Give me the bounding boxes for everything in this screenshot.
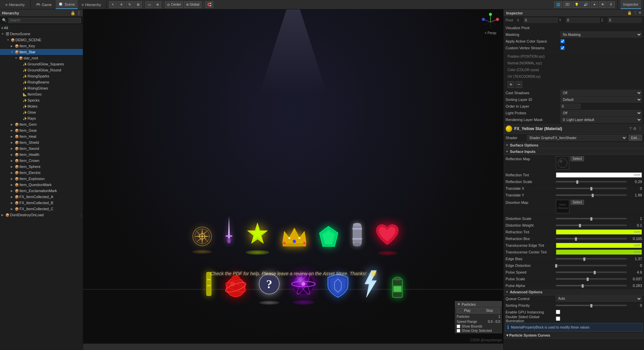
tab-inspector[interactable]: Inspector	[621, 0, 641, 9]
scene-item-star[interactable]	[244, 221, 271, 249]
tree-item-heal[interactable]: ▶ 📦 Item_Heal	[0, 133, 83, 139]
rendering-layer-dropdown[interactable]: 0: Light Layer default	[561, 117, 642, 123]
pulse-alpha-slider[interactable]	[556, 285, 627, 286]
cast-shadows-dropdown[interactable]: Off	[561, 90, 642, 96]
tree-item-electric[interactable]: ▶ 📦 Item_Electric	[0, 170, 83, 176]
tree-item-crown[interactable]: ▶ 📦 Item_Crown	[0, 158, 83, 164]
tree-item-rising-glows[interactable]: ▶ ✨ RisingGlows	[0, 85, 83, 91]
reflection-map-select-button[interactable]: Select	[571, 156, 584, 161]
advanced-options-header[interactable]: ▼ Advanced Options	[504, 289, 644, 295]
double-sided-checkbox[interactable]	[556, 316, 560, 321]
rect-tool-btn[interactable]: ▭	[145, 1, 153, 8]
tree-item-gem[interactable]: ▶ 📦 Item_Gem	[0, 121, 83, 127]
grid-btn[interactable]: #	[607, 1, 615, 8]
tree-item-rising-sparks[interactable]: ▶ ✨ RisingSparks	[0, 73, 83, 79]
edge-distortion-slider[interactable]	[556, 265, 627, 266]
scale-tool-btn[interactable]: ⊞	[134, 1, 142, 8]
material-help-icon[interactable]: ?	[629, 126, 632, 131]
scene-item-gem[interactable]	[318, 225, 340, 249]
refraction-tint-swatch[interactable]: HDR	[556, 229, 642, 235]
pivot-z-input[interactable]	[608, 17, 642, 23]
inspector-more-icon[interactable]: ⋮	[633, 11, 637, 15]
scene-item-sword[interactable]	[224, 215, 234, 245]
custom-tool-btn[interactable]: ⊗	[154, 1, 161, 8]
scene-item-gear[interactable]	[190, 225, 214, 249]
dd-more-icon[interactable]: ⋮	[79, 213, 83, 217]
tree-item-item-geo[interactable]: ▶ 📐 ItemGeo	[0, 91, 83, 97]
sorting-priority-slider[interactable]	[556, 305, 627, 306]
material-settings-icon[interactable]: ⚙	[633, 126, 637, 131]
lighting-btn[interactable]: 💡	[573, 1, 581, 8]
tree-item-gear[interactable]: ▶ 📦 Item_Gear	[0, 127, 83, 133]
render-mode-btn[interactable]: 🌐	[554, 1, 562, 8]
gpu-instancing-checkbox[interactable]	[556, 310, 560, 314]
edge-bias-slider[interactable]	[556, 258, 627, 259]
2d-btn[interactable]: 2D	[563, 1, 572, 8]
tree-item-specks[interactable]: ▶ ✨ Specks	[0, 97, 83, 103]
translucense-center-swatch[interactable]: HDR	[556, 249, 642, 255]
surface-options-header[interactable]: ▼ Surface Options	[504, 142, 644, 149]
distortion-weight-slider[interactable]	[556, 225, 627, 226]
distortion-scale-slider[interactable]	[556, 218, 627, 219]
scene-item-battery[interactable]	[390, 274, 405, 300]
tree-item-glow[interactable]: ▶ ✨ Glow	[0, 109, 83, 115]
search-input[interactable]	[8, 18, 81, 23]
tab-hierarchy[interactable]: ≡ Hierarchy	[3, 0, 27, 9]
tab-game[interactable]: 🎮 Game	[33, 0, 55, 9]
translate-x-slider[interactable]	[556, 188, 627, 189]
tree-item-exclamationmark[interactable]: ▶ 📦 Item_ExclamationMark	[0, 188, 83, 194]
tree-item-ground-glow-r[interactable]: ▶ ✨ GroundGlow_Round	[0, 67, 83, 73]
apply-color-space-checkbox[interactable]	[561, 39, 565, 43]
tree-item-ground-glow-sq[interactable]: ▶ ✨ GroundGlow_Squares	[0, 61, 83, 67]
tab-scene[interactable]: 🔲 Scene	[56, 0, 77, 9]
tree-item-star-root[interactable]: ▼ 📦 star_root	[0, 55, 83, 61]
scene-item-shield[interactable]	[326, 272, 350, 300]
vs-remove-button[interactable]: −	[516, 81, 522, 88]
tree-item-shield[interactable]: ▶ 📦 Item_Shield	[0, 139, 83, 145]
scene-item-crown[interactable]	[281, 225, 308, 249]
tree-item-demo-scene[interactable]: ▼ 📦 DEMO_SCENE	[0, 37, 83, 43]
show-bounds-checkbox[interactable]	[457, 325, 460, 328]
tab-hierarchy2[interactable]: ≡ Hierarchy	[79, 0, 104, 9]
tree-item-explosion[interactable]: ▶ 📦 Item_Explosion	[0, 176, 83, 182]
stop-button[interactable]: Stop	[479, 308, 500, 313]
translucense-edge-swatch[interactable]: HDR	[556, 243, 642, 248]
tree-item-fx-b[interactable]: ▶ 📦 FX_ItemCollected_B	[0, 200, 83, 206]
tree-item-rising-beams[interactable]: ▶ ✨ RisingBeams	[0, 79, 83, 85]
order-in-layer-input[interactable]	[561, 104, 581, 109]
nav-cube[interactable]: x y z < Persp	[480, 12, 501, 35]
tree-item-fx-c[interactable]: ▶ 📦 FX_ItemCollected_C	[0, 206, 83, 212]
translate-y-slider[interactable]	[556, 194, 627, 196]
pivot-x-input[interactable]	[524, 17, 558, 23]
tree-item-dontdestroy[interactable]: ▶ 📦 DontDestroyOnLoad ⋮	[0, 212, 83, 218]
particle-curves-header[interactable]: ▼ Particle System Curves	[504, 332, 644, 339]
distortion-map-select-button[interactable]: Select	[571, 200, 584, 205]
tree-item-all[interactable]: ≡ All	[0, 25, 83, 31]
tree-item-health[interactable]: ▶ 📦 Item_Health	[0, 152, 83, 158]
material-more-icon[interactable]: ⋮	[638, 126, 642, 131]
vs-add-button[interactable]: +	[508, 81, 514, 88]
fx-btn[interactable]: ✦	[591, 1, 598, 8]
reflection-scale-slider[interactable]	[556, 181, 627, 182]
inspector-close-icon[interactable]: ✕	[638, 11, 641, 15]
show-only-selected-checkbox[interactable]	[457, 329, 460, 333]
light-probes-dropdown[interactable]: Off	[561, 110, 642, 116]
scene-item-potion[interactable]	[224, 272, 247, 300]
pulse-scale-slider[interactable]	[556, 278, 627, 280]
play-button[interactable]: Play	[457, 308, 478, 313]
pivot-y-input[interactable]	[566, 17, 600, 23]
surface-inputs-header[interactable]: ▼ Surface Inputs	[504, 149, 644, 155]
reflection-tint-swatch[interactable]: HDR	[556, 172, 642, 178]
shader-edit-button[interactable]: Edit...	[629, 135, 642, 141]
tree-item-demoscene[interactable]: ▼ 🎬 DemoScene	[0, 31, 83, 37]
global-local-btn[interactable]: ⊕ Global	[184, 1, 201, 8]
masking-dropdown[interactable]: No Masking	[561, 32, 642, 38]
shader-dropdown[interactable]: Shader Graphs/FX_ItemShader	[527, 135, 627, 141]
sorting-layer-dropdown[interactable]: Default	[561, 97, 642, 103]
hierarchy-more-icon[interactable]: ⋮	[77, 11, 81, 15]
move-tool-btn[interactable]: ✛	[118, 1, 125, 8]
tree-item-motes[interactable]: ▶ ✨ Motes	[0, 103, 83, 109]
tree-item-sword[interactable]: ▶ 📦 Item_Sword	[0, 145, 83, 152]
tree-item-sphere[interactable]: ▶ 📦 Item_Sphere	[0, 164, 83, 170]
scene-item-heart[interactable]	[375, 223, 400, 249]
